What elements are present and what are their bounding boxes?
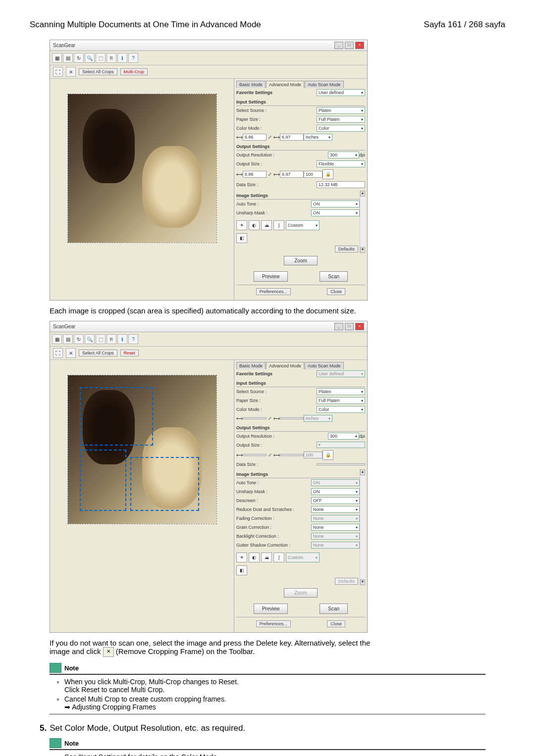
output-size[interactable]: Flexible <box>317 160 365 167</box>
histogram-icon[interactable]: ⛰ <box>261 220 272 230</box>
note-label: Note <box>64 664 79 672</box>
input-width[interactable]: 6.86 <box>243 134 267 141</box>
defaults-button[interactable]: Defaults <box>335 246 358 252</box>
scangear-window-2: ScanGear _ □ × ▦ ▤ ↻ 🔍 ⬚ ⎘ ℹ ? ⛶ ✕ Selec… <box>50 321 368 633</box>
input-settings-link[interactable]: Input Settings <box>81 753 124 756</box>
threshold-icon[interactable]: ◧ <box>236 565 247 575</box>
adjusting-cropping-frames-link[interactable]: Adjusting Cropping Frames <box>72 703 156 711</box>
output-resolution[interactable]: 300 <box>328 151 359 158</box>
select-source[interactable]: Platen <box>317 388 365 395</box>
crop-frame-2[interactable] <box>80 450 126 511</box>
thumb-icon[interactable]: ▦ <box>52 53 62 63</box>
grid-icon[interactable]: ▤ <box>63 334 73 344</box>
scrollbar[interactable]: ▲▼ <box>360 191 365 253</box>
remove-crop-frame-icon: ✕ <box>103 647 114 657</box>
zoom-icon[interactable]: 🔍 <box>85 53 95 63</box>
remove-crop-icon[interactable]: ✕ <box>66 348 76 358</box>
paper-size[interactable]: Full Platen <box>317 397 365 404</box>
output-settings-header: Output Settings <box>236 143 365 151</box>
crop-description: Each image is cropped (scan area is spec… <box>50 306 505 315</box>
unsharp-mask[interactable]: ON <box>311 209 360 216</box>
contrast-icon[interactable]: ◐ <box>249 553 260 562</box>
rotate-icon[interactable]: ↻ <box>74 53 84 63</box>
color-mode[interactable]: Color <box>317 406 365 413</box>
output-pct[interactable]: 100 <box>304 171 322 178</box>
fit-icon[interactable]: ⛶ <box>53 67 63 77</box>
threshold-icon[interactable]: ◧ <box>236 233 247 243</box>
close-button[interactable]: Close <box>327 620 345 627</box>
grain-correction[interactable]: None <box>311 524 360 531</box>
reset-button[interactable]: Reset <box>120 350 139 356</box>
preview-area <box>50 360 234 632</box>
note-icon <box>50 738 61 748</box>
auto-tone[interactable]: ON <box>311 201 360 207</box>
info-icon[interactable]: ℹ <box>117 53 127 63</box>
scrollbar[interactable]: ▲▼ <box>360 469 365 585</box>
output-resolution[interactable]: 300 <box>328 433 359 440</box>
close-button[interactable]: Close <box>327 288 345 295</box>
rotate-icon[interactable]: ↻ <box>74 334 84 344</box>
remove-crop-icon[interactable]: ✕ <box>66 67 76 77</box>
units-select[interactable]: inches <box>304 134 332 141</box>
maximize-icon[interactable]: □ <box>345 323 354 330</box>
reduce-dust[interactable]: None <box>311 506 360 513</box>
color-mode[interactable]: Color <box>317 125 365 132</box>
contrast-icon[interactable]: ◐ <box>249 220 260 230</box>
select-all-crops-button[interactable]: Select All Crops <box>79 68 117 75</box>
preview-button[interactable]: Preview <box>254 271 288 282</box>
descreen[interactable]: OFF <box>311 497 360 504</box>
crop-icon[interactable]: ⬚ <box>96 334 106 344</box>
tab-advanced[interactable]: Advanced Mode <box>266 81 304 88</box>
select-source[interactable]: Platen <box>317 107 365 114</box>
preferences-button[interactable]: Preferences... <box>256 620 291 627</box>
maximize-icon[interactable]: □ <box>345 42 354 49</box>
copy-icon[interactable]: ⎘ <box>107 53 116 63</box>
tab-advanced[interactable]: Advanced Mode <box>266 362 304 369</box>
zoom-button[interactable]: Zoom <box>284 256 318 265</box>
lock-icon: 🔒 <box>322 450 333 460</box>
tab-auto[interactable]: Auto Scan Mode <box>305 81 344 88</box>
favorite-settings-select: User defined <box>317 370 365 377</box>
fit-icon[interactable]: ⛶ <box>53 348 63 358</box>
curve-icon[interactable]: ∫ <box>273 220 284 230</box>
crop-icon[interactable]: ⬚ <box>96 53 106 63</box>
copy-icon[interactable]: ⎘ <box>107 334 116 344</box>
note-label: Note <box>64 740 79 747</box>
tab-auto[interactable]: Auto Scan Mode <box>305 362 344 369</box>
scan-button[interactable]: Scan <box>320 604 348 614</box>
brightness-icon[interactable]: ☀ <box>236 220 247 230</box>
zoom-icon[interactable]: 🔍 <box>85 334 95 344</box>
output-width[interactable]: 6.86 <box>243 171 267 178</box>
preferences-button[interactable]: Preferences... <box>256 288 291 295</box>
tab-basic[interactable]: Basic Mode <box>236 81 266 88</box>
lock-icon[interactable]: 🔒 <box>322 169 333 179</box>
input-height[interactable]: 6.97 <box>280 134 304 141</box>
curve-icon[interactable]: ∫ <box>273 553 284 562</box>
close-icon[interactable]: × <box>355 323 364 330</box>
tab-basic[interactable]: Basic Mode <box>236 362 266 369</box>
crop-frame-1[interactable] <box>80 387 153 446</box>
info-icon[interactable]: ℹ <box>117 334 127 344</box>
multi-crop-button[interactable]: Multi-Crop <box>120 68 148 75</box>
select-all-crops-button[interactable]: Select All Crops <box>79 350 117 356</box>
histogram-icon[interactable]: ⛰ <box>261 553 272 562</box>
minimize-icon[interactable]: _ <box>334 323 343 330</box>
custom-select[interactable]: Custom <box>286 220 320 230</box>
paper-size[interactable]: Full Platen <box>317 116 365 123</box>
window-title: ScanGear <box>53 43 75 48</box>
output-height[interactable]: 6.97 <box>280 171 304 178</box>
minimize-icon[interactable]: _ <box>334 42 343 49</box>
favorite-settings-select[interactable]: User defined <box>317 89 365 96</box>
preview-button[interactable]: Preview <box>254 604 288 614</box>
thumb-icon[interactable]: ▦ <box>52 334 62 344</box>
scan-button[interactable]: Scan <box>320 271 348 282</box>
brightness-icon[interactable]: ☀ <box>236 553 247 562</box>
grid-icon[interactable]: ▤ <box>63 53 73 63</box>
note-icon <box>50 663 61 673</box>
unsharp-mask[interactable]: ON <box>311 488 360 495</box>
delete-instruction: If you do not want to scan one, select t… <box>50 639 505 657</box>
help-icon[interactable]: ? <box>128 53 138 63</box>
help-icon[interactable]: ? <box>128 334 138 344</box>
crop-frame-3[interactable] <box>130 457 199 511</box>
close-icon[interactable]: × <box>355 42 364 49</box>
